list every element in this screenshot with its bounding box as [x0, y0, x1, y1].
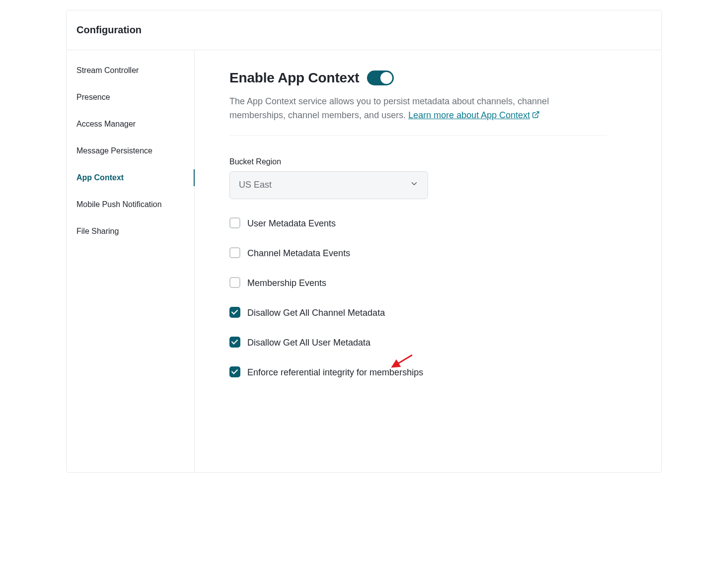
sidebar-item-file-sharing[interactable]: File Sharing — [67, 218, 194, 245]
panel-body: Stream Controller Presence Access Manage… — [67, 50, 661, 472]
bucket-region-label: Bucket Region — [229, 157, 632, 166]
checkbox-row-user-metadata-events: User Metadata Events — [229, 217, 448, 230]
checkbox-enforce-referential-integrity[interactable] — [229, 366, 240, 377]
sidebar-item-label: Mobile Push Notification — [76, 200, 162, 209]
checkbox-disallow-get-all-user-metadata[interactable] — [229, 337, 240, 348]
checkbox-disallow-get-all-channel-metadata[interactable] — [229, 307, 240, 318]
checkbox-channel-metadata-events[interactable] — [229, 247, 240, 258]
sidebar-item-access-manager[interactable]: Access Manager — [67, 111, 194, 138]
configuration-panel: Configuration Stream Controller Presence… — [66, 10, 662, 473]
section-description: The App Context service allows you to pe… — [229, 95, 607, 136]
sidebar-item-label: App Context — [76, 173, 124, 182]
svg-line-0 — [535, 112, 539, 115]
panel-header: Configuration — [67, 10, 661, 50]
sidebar-item-label: Message Persistence — [76, 146, 152, 155]
sidebar-item-presence[interactable]: Presence — [67, 84, 194, 111]
sidebar-item-label: File Sharing — [76, 227, 119, 235]
checkbox-row-disallow-get-all-channel-metadata: Disallow Get All Channel Metadata — [229, 306, 448, 319]
checkbox-row-disallow-get-all-user-metadata: Disallow Get All User Metadata — [229, 336, 448, 349]
sidebar-item-app-context[interactable]: App Context — [67, 164, 194, 191]
checkbox-row-enforce-referential-integrity: Enforce referential integrity for member… — [229, 366, 448, 379]
section-title: Enable App Context — [229, 70, 359, 86]
bucket-region-select[interactable]: US East — [229, 171, 428, 199]
bucket-region-selected: US East — [239, 180, 272, 190]
checkbox-membership-events[interactable] — [229, 277, 240, 288]
enable-app-context-toggle[interactable] — [367, 71, 394, 85]
learn-more-link[interactable]: Learn more about App Context — [408, 110, 540, 120]
checkbox-label: Channel Metadata Events — [247, 247, 350, 260]
toggle-knob — [380, 72, 392, 84]
checkbox-label: Membership Events — [247, 277, 326, 289]
checkbox-user-metadata-events[interactable] — [229, 217, 240, 228]
sidebar-item-label: Access Manager — [76, 120, 136, 128]
chevron-down-icon — [410, 179, 419, 191]
checkbox-label: Disallow Get All Channel Metadata — [247, 306, 385, 319]
svg-line-2 — [392, 355, 412, 367]
sidebar-item-stream-controller[interactable]: Stream Controller — [67, 57, 194, 84]
sidebar-item-mobile-push-notification[interactable]: Mobile Push Notification — [67, 191, 194, 218]
sidebar-item-label: Stream Controller — [76, 66, 139, 74]
external-link-icon — [532, 109, 540, 123]
sidebar: Stream Controller Presence Access Manage… — [67, 50, 195, 472]
panel-title: Configuration — [76, 24, 652, 36]
sidebar-item-message-persistence[interactable]: Message Persistence — [67, 138, 194, 164]
checkbox-label: Disallow Get All User Metadata — [247, 336, 370, 349]
checkbox-label: Enforce referential integrity for member… — [247, 366, 423, 379]
bucket-region-field: Bucket Region US East — [229, 157, 632, 199]
section-title-row: Enable App Context — [229, 70, 632, 86]
checkbox-row-membership-events: Membership Events — [229, 277, 448, 289]
checkbox-row-channel-metadata-events: Channel Metadata Events — [229, 247, 448, 260]
content-area: Enable App Context The App Context servi… — [195, 50, 661, 472]
checkbox-label: User Metadata Events — [247, 217, 336, 230]
sidebar-item-label: Presence — [76, 93, 110, 101]
